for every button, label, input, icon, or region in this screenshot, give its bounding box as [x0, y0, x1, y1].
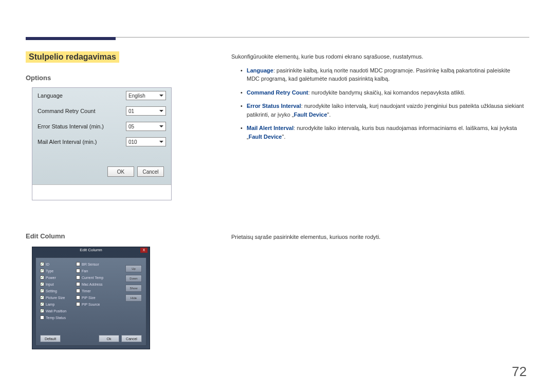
ok-button[interactable]: OK — [107, 166, 134, 177]
checkbox-label: Input — [46, 283, 54, 286]
language-label: Language — [38, 92, 63, 99]
up-button[interactable]: Up — [125, 265, 142, 272]
checkbox-row[interactable]: Mac Address — [76, 282, 112, 286]
checkbox-row[interactable]: ✓Input — [40, 282, 76, 286]
checkbox-row[interactable]: ✓Picture Size — [40, 295, 76, 300]
subsection-edit-heading: Edit Column — [26, 232, 65, 240]
checkbox-row[interactable]: Current Temp — [76, 275, 112, 279]
cancel-button[interactable]: Cancel — [137, 166, 164, 177]
retry-count-select[interactable]: 01 — [126, 106, 166, 116]
bullet-language: Language: pasirinkite kalbą, kurią norit… — [240, 66, 524, 83]
language-value: English — [128, 93, 145, 99]
checkbox-label: Lamp — [46, 303, 55, 306]
checkbox-row[interactable]: ✓Wall Position — [40, 309, 76, 313]
retry-count-label: Command Retry Count — [38, 108, 96, 114]
term-retry: Command Retry Count — [247, 89, 308, 96]
checkbox-column-2: BR SensorFanCurrent TempMac AddressTimer… — [76, 262, 112, 341]
hide-button[interactable]: Hide — [125, 294, 142, 302]
checkbox-icon[interactable]: ✓ — [40, 262, 44, 266]
checkbox-row[interactable]: ✓Setting — [40, 289, 76, 293]
bullet2-text: : nurodykite bandymų skaičių, kai komand… — [308, 89, 466, 96]
section-title: Stulpelio redagavimas — [26, 51, 119, 63]
checkbox-icon[interactable] — [76, 302, 80, 306]
checkbox-icon[interactable]: ✓ — [40, 269, 44, 273]
checkbox-icon[interactable]: ✓ — [40, 282, 44, 286]
mail-interval-label: Mail Alert Interval (min.) — [38, 139, 97, 145]
intro-text: Sukonfigūruokite elementų, kurie bus rod… — [231, 52, 524, 61]
bullet3-end: ". — [327, 111, 331, 118]
checkbox-label: Fan — [82, 269, 88, 273]
checkbox-row[interactable]: ✓ID — [40, 262, 76, 266]
close-icon[interactable]: X — [140, 248, 147, 253]
checkbox-icon[interactable] — [76, 295, 80, 300]
checkbox-icon[interactable] — [76, 275, 80, 279]
checkbox-label: Current Temp — [82, 276, 103, 279]
checkbox-icon[interactable]: ✓ — [40, 302, 44, 306]
mail-interval-value: 010 — [128, 139, 137, 145]
checkbox-label: Setting — [46, 289, 57, 293]
accent-bar — [26, 37, 116, 40]
checkbox-label: PIP Source — [82, 303, 100, 306]
checkbox-label: Power — [46, 276, 56, 279]
checkbox-row[interactable]: ✓Lamp — [40, 302, 76, 306]
edit-column-title: Edit Column — [80, 248, 102, 252]
bullet4-end: ". — [282, 134, 285, 140]
checkbox-row[interactable]: Fan — [76, 269, 112, 273]
checkbox-icon[interactable] — [76, 282, 80, 286]
checkbox-row[interactable]: BR Sensor — [76, 262, 112, 266]
checkbox-row[interactable]: Timer — [76, 289, 112, 293]
term-error: Error Status Interval — [247, 103, 301, 109]
subsection-options-heading: Options — [26, 74, 51, 82]
retry-count-value: 01 — [128, 108, 134, 114]
checkbox-row[interactable]: PIP Source — [76, 302, 112, 306]
checkbox-label: Wall Position — [46, 309, 66, 313]
default-button[interactable]: Default — [40, 335, 61, 342]
body-text: Sukonfigūruokite elementų, kurie bus rod… — [231, 52, 524, 146]
term-language: Language — [247, 67, 273, 73]
error-interval-select[interactable]: 05 — [126, 122, 166, 131]
down-button[interactable]: Down — [125, 275, 142, 282]
checkbox-label: Picture Size — [46, 296, 65, 300]
panel-footer-bar — [32, 184, 171, 200]
checkbox-icon[interactable]: ✓ — [40, 275, 44, 279]
options-panel: Language English Command Retry Count 01 … — [32, 87, 172, 200]
bullet-error: Error Status Interval: nurodykite laiko … — [240, 102, 524, 119]
checkbox-icon[interactable] — [40, 315, 44, 320]
term-fault2: Fault Device — [249, 134, 282, 140]
bullet-retry: Command Retry Count: nurodykite bandymų … — [240, 88, 524, 97]
ok-button[interactable]: Ok — [99, 335, 119, 342]
chevron-down-icon — [159, 110, 163, 112]
cancel-button[interactable]: Cancel — [121, 335, 142, 342]
checkbox-icon[interactable]: ✓ — [40, 309, 44, 313]
checkbox-label: Timer — [82, 289, 91, 293]
side-buttons: UpDownShowHide — [125, 265, 142, 302]
checkbox-row[interactable]: ✓Power — [40, 275, 76, 279]
chevron-down-icon — [159, 95, 163, 97]
bullet-mail: Mail Alert Interval: nurodykite laiko in… — [240, 124, 524, 141]
checkbox-label: PIP Size — [82, 296, 96, 300]
checkbox-label: Temp Status — [46, 316, 66, 320]
checkbox-icon[interactable]: ✓ — [40, 289, 44, 293]
checkbox-icon[interactable] — [76, 269, 80, 273]
chevron-down-icon — [159, 141, 163, 143]
checkbox-label: Mac Address — [82, 283, 102, 286]
checkbox-label: ID — [46, 263, 49, 266]
checkbox-icon[interactable] — [76, 262, 80, 266]
bullet1-text: : pasirinkite kalbą, kurią norite naudot… — [247, 67, 510, 82]
term-mail: Mail Alert Interval — [247, 125, 293, 131]
mail-interval-select[interactable]: 010 — [126, 137, 166, 146]
chevron-down-icon — [159, 125, 163, 127]
term-fault1: Fault Device — [294, 111, 327, 118]
show-button[interactable]: Show — [125, 285, 142, 292]
checkbox-row[interactable]: ✓Type — [40, 269, 76, 273]
checkbox-row[interactable]: PIP Size — [76, 295, 112, 300]
checkbox-column-1: ✓ID✓Type✓Power✓Input✓Setting✓Picture Siz… — [40, 262, 76, 341]
error-interval-value: 05 — [128, 124, 134, 129]
checkbox-row[interactable]: Temp Status — [40, 315, 76, 320]
checkbox-label: BR Sensor — [82, 263, 99, 266]
language-select[interactable]: English — [126, 91, 166, 100]
edit-column-description: Prietaisų sąraše pasirinkite elementus, … — [231, 234, 524, 240]
checkbox-icon[interactable] — [76, 289, 80, 293]
checkbox-icon[interactable]: ✓ — [40, 295, 44, 300]
edit-column-inner: ✓ID✓Type✓Power✓Input✓Setting✓Picture Siz… — [35, 257, 146, 346]
